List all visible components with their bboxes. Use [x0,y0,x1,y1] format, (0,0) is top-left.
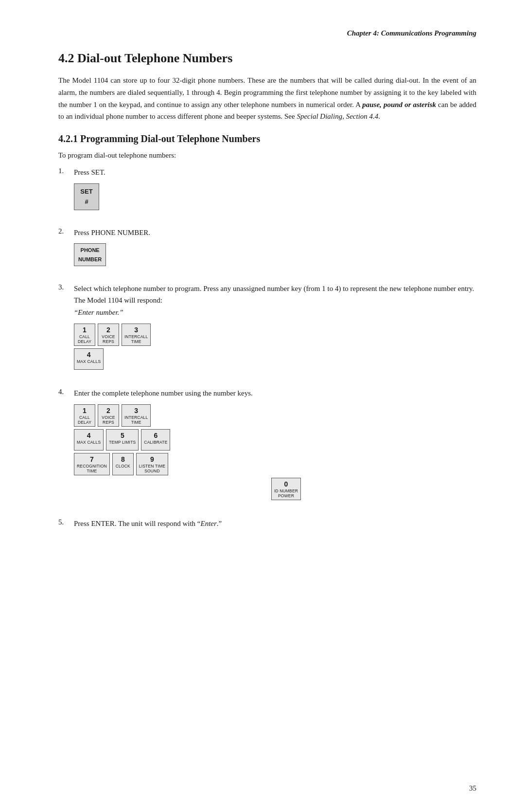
page-number: 35 [469,784,476,793]
keypad-key-6: 6 CALIBRATE [141,429,170,451]
step-4: 4. Enter the complete telephone number u… [58,387,476,508]
phone-number-key-group: PHONE NUMBER [74,243,476,266]
keypad-key-8: 8 CLOCK [112,453,134,475]
step-2-num: 2. [58,227,74,235]
step3-key-row2: 4 MAX CALLS [74,348,476,371]
key-1-call-delay: 1 CALL DELAY [74,324,95,346]
full-keypad: 1 CALL DELAY 2 VOICE REPS 3 INTERCALL TI… [74,404,476,502]
set-key: SET # [74,183,99,210]
page: Chapter 4: Communications Programming 4.… [0,0,525,578]
section-42-title: 4.2 Dial-out Telephone Numbers [58,51,476,66]
key-2-voice-reps: 2 VOICE REPS [98,324,119,346]
chapter-title: Chapter 4: Communications Programming [347,29,476,37]
keypad-key-1: 1 CALL DELAY [74,404,95,427]
key-3-intercall-time: 3 INTERCALL TIME [122,324,151,346]
key-4-max-calls: 4 MAX CALLS [74,348,104,370]
chapter-header: Chapter 4: Communications Programming [58,29,476,37]
keypad-row1: 1 CALL DELAY 2 VOICE REPS 3 INTERCALL TI… [74,404,476,428]
steps-intro: To program dial-out telephone numbers: [58,151,476,160]
step-3-num: 3. [58,283,74,291]
keypad-key-4: 4 MAX CALLS [74,429,104,451]
phone-number-key: PHONE NUMBER [74,243,106,266]
step-2: 2. Press PHONE NUMBER. PHONE NUMBER [58,227,476,273]
step-2-content: Press PHONE NUMBER. PHONE NUMBER [74,227,476,273]
keypad-key-2: 2 VOICE REPS [98,404,119,427]
step3-keypad: 1 CALL DELAY 2 VOICE REPS 3 INTERCALL TI… [74,324,476,371]
step-5: 5. Press ENTER. The unit will respond wi… [58,518,476,530]
section-421-title: 4.2.1 Programming Dial-out Telephone Num… [58,133,476,144]
step-5-num: 5. [58,518,74,526]
step-5-content: Press ENTER. The unit will respond with … [74,518,476,530]
keypad-key-3: 3 INTERCALL TIME [122,404,151,427]
set-key-group: SET # [74,183,476,210]
step-3: 3. Select which telephone number to prog… [58,283,476,378]
keypad-key-0: 0 ID NUMBER POWER [271,478,301,500]
step3-key-row1: 1 CALL DELAY 2 VOICE REPS 3 INTERCALL TI… [74,324,476,347]
step-1-num: 1. [58,166,74,175]
section-42-body: The Model 1104 can store up to four 32-d… [58,74,476,123]
keypad-key-9: 9 LISTEN TIME SOUND [136,453,168,475]
keypad-row4: 0 ID NUMBER POWER [97,478,476,501]
keypad-row3: 7 RECOGNITION TIME 8 CLOCK 9 LISTEN TIME… [74,453,476,476]
step-1: 1. Press SET. SET # [58,166,476,217]
step-1-content: Press SET. SET # [74,166,476,217]
step-3-content: Select which telephone number to program… [74,283,476,378]
keypad-row2: 4 MAX CALLS 5 TEMP LIMITS 6 CALIBRATE [74,429,476,451]
keypad-key-7: 7 RECOGNITION TIME [74,453,110,475]
step-4-content: Enter the complete telephone number usin… [74,387,476,508]
step-4-num: 4. [58,387,74,396]
keypad-key-5: 5 TEMP LIMITS [106,429,139,451]
